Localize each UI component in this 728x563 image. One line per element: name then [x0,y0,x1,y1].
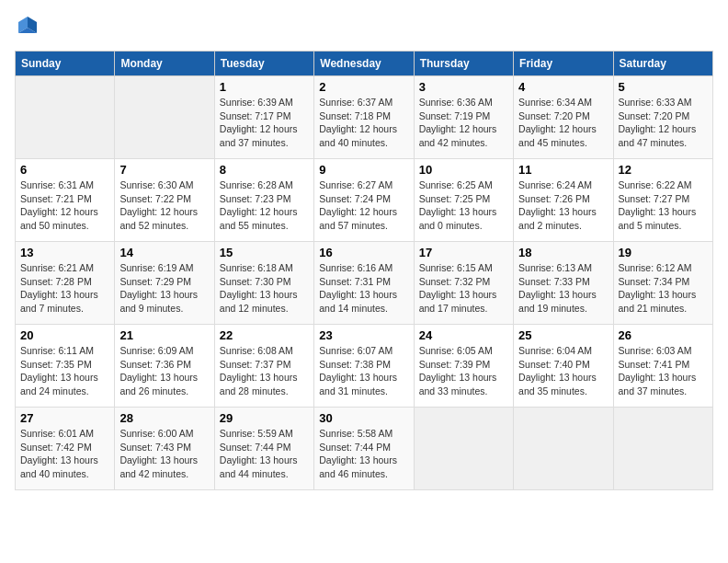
day-detail: Sunrise: 6:27 AMSunset: 7:24 PMDaylight:… [319,178,408,233]
day-number: 20 [20,328,109,342]
day-number: 11 [518,163,608,177]
day-detail: Sunrise: 6:21 AMSunset: 7:28 PMDaylight:… [20,261,109,316]
day-detail: Sunrise: 6:24 AMSunset: 7:26 PMDaylight:… [518,178,608,233]
logo-icon [17,15,39,37]
logo [15,15,39,41]
day-number: 6 [20,163,109,177]
day-detail: Sunrise: 6:22 AMSunset: 7:27 PMDaylight:… [619,178,708,233]
day-detail: Sunrise: 5:59 AMSunset: 7:44 PMDaylight:… [220,427,309,481]
day-cell: 30Sunrise: 5:58 AMSunset: 7:44 PMDayligh… [314,408,414,490]
day-cell [115,76,214,159]
day-cell: 13Sunrise: 6:21 AMSunset: 7:28 PMDayligh… [16,242,115,325]
day-number: 22 [220,328,309,342]
day-cell: 8Sunrise: 6:28 AMSunset: 7:23 PMDaylight… [214,159,313,242]
day-cell: 16Sunrise: 6:16 AMSunset: 7:31 PMDayligh… [314,242,414,325]
day-cell: 28Sunrise: 6:00 AMSunset: 7:43 PMDayligh… [115,408,214,490]
day-detail: Sunrise: 6:13 AMSunset: 7:33 PMDaylight:… [518,261,608,316]
day-cell: 22Sunrise: 6:08 AMSunset: 7:37 PMDayligh… [214,325,313,408]
day-cell: 5Sunrise: 6:33 AMSunset: 7:20 PMDaylight… [613,76,712,159]
day-cell: 2Sunrise: 6:37 AMSunset: 7:18 PMDaylight… [314,76,414,159]
day-detail: Sunrise: 6:08 AMSunset: 7:37 PMDaylight:… [220,344,309,398]
day-number: 18 [518,246,608,259]
day-number: 27 [20,411,109,425]
day-cell: 12Sunrise: 6:22 AMSunset: 7:27 PMDayligh… [613,159,712,242]
day-cell: 17Sunrise: 6:15 AMSunset: 7:32 PMDayligh… [414,242,513,325]
day-cell: 21Sunrise: 6:09 AMSunset: 7:36 PMDayligh… [115,325,214,408]
day-cell: 19Sunrise: 6:12 AMSunset: 7:34 PMDayligh… [613,242,712,325]
day-number: 28 [119,411,209,425]
days-header-row: SundayMondayTuesdayWednesdayThursdayFrid… [16,52,713,76]
week-row-1: 1Sunrise: 6:39 AMSunset: 7:17 PMDaylight… [16,76,713,159]
day-number: 19 [619,246,708,259]
day-number: 23 [319,328,408,342]
day-cell: 24Sunrise: 6:05 AMSunset: 7:39 PMDayligh… [414,325,513,408]
day-detail: Sunrise: 6:00 AMSunset: 7:43 PMDaylight:… [119,427,209,481]
day-cell: 11Sunrise: 6:24 AMSunset: 7:26 PMDayligh… [514,159,613,242]
day-detail: Sunrise: 6:19 AMSunset: 7:29 PMDaylight:… [119,261,209,316]
day-cell [414,408,513,490]
col-header-friday: Friday [514,52,613,76]
day-cell [613,408,712,490]
day-detail: Sunrise: 6:37 AMSunset: 7:18 PMDaylight:… [319,96,408,150]
day-number: 9 [319,163,408,177]
day-number: 13 [20,246,109,259]
week-row-4: 20Sunrise: 6:11 AMSunset: 7:35 PMDayligh… [16,325,713,408]
day-detail: Sunrise: 6:39 AMSunset: 7:17 PMDaylight:… [220,96,309,150]
col-header-thursday: Thursday [414,52,513,76]
day-detail: Sunrise: 6:18 AMSunset: 7:30 PMDaylight:… [220,261,309,316]
day-cell: 10Sunrise: 6:25 AMSunset: 7:25 PMDayligh… [414,159,513,242]
day-detail: Sunrise: 6:33 AMSunset: 7:20 PMDaylight:… [619,96,708,150]
day-cell: 3Sunrise: 6:36 AMSunset: 7:19 PMDaylight… [414,76,513,159]
day-cell: 27Sunrise: 6:01 AMSunset: 7:42 PMDayligh… [16,408,115,490]
day-number: 8 [220,163,309,177]
day-detail: Sunrise: 6:28 AMSunset: 7:23 PMDaylight:… [220,178,309,233]
day-number: 2 [319,80,408,94]
day-cell: 18Sunrise: 6:13 AMSunset: 7:33 PMDayligh… [514,242,613,325]
day-cell: 14Sunrise: 6:19 AMSunset: 7:29 PMDayligh… [115,242,214,325]
day-detail: Sunrise: 6:25 AMSunset: 7:25 PMDaylight:… [419,178,508,233]
week-row-3: 13Sunrise: 6:21 AMSunset: 7:28 PMDayligh… [16,242,713,325]
day-detail: Sunrise: 6:07 AMSunset: 7:38 PMDaylight:… [319,344,408,398]
week-row-5: 27Sunrise: 6:01 AMSunset: 7:42 PMDayligh… [16,408,713,490]
day-number: 10 [419,163,508,177]
day-detail: Sunrise: 6:15 AMSunset: 7:32 PMDaylight:… [419,261,508,316]
day-cell: 7Sunrise: 6:30 AMSunset: 7:22 PMDaylight… [115,159,214,242]
day-detail: Sunrise: 6:03 AMSunset: 7:41 PMDaylight:… [619,344,708,398]
day-number: 12 [619,163,708,177]
day-number: 14 [119,246,209,259]
day-number: 29 [220,411,309,425]
day-cell: 23Sunrise: 6:07 AMSunset: 7:38 PMDayligh… [314,325,414,408]
day-detail: Sunrise: 6:11 AMSunset: 7:35 PMDaylight:… [20,344,109,398]
day-number: 30 [319,411,408,425]
day-cell [16,76,115,159]
day-number: 17 [419,246,508,259]
day-cell [514,408,613,490]
day-cell: 25Sunrise: 6:04 AMSunset: 7:40 PMDayligh… [514,325,613,408]
day-number: 3 [419,80,508,94]
day-cell: 29Sunrise: 5:59 AMSunset: 7:44 PMDayligh… [214,408,313,490]
col-header-tuesday: Tuesday [214,52,313,76]
day-number: 4 [518,80,608,94]
page-header [15,15,713,41]
day-detail: Sunrise: 6:16 AMSunset: 7:31 PMDaylight:… [319,261,408,316]
col-header-wednesday: Wednesday [314,52,414,76]
day-number: 5 [619,80,708,94]
day-cell: 9Sunrise: 6:27 AMSunset: 7:24 PMDaylight… [314,159,414,242]
day-number: 16 [319,246,408,259]
day-cell: 15Sunrise: 6:18 AMSunset: 7:30 PMDayligh… [214,242,313,325]
calendar-body: 1Sunrise: 6:39 AMSunset: 7:17 PMDaylight… [16,76,713,490]
day-detail: Sunrise: 5:58 AMSunset: 7:44 PMDaylight:… [319,427,408,481]
day-cell: 1Sunrise: 6:39 AMSunset: 7:17 PMDaylight… [214,76,313,159]
col-header-monday: Monday [115,52,214,76]
day-cell: 26Sunrise: 6:03 AMSunset: 7:41 PMDayligh… [613,325,712,408]
day-cell: 6Sunrise: 6:31 AMSunset: 7:21 PMDaylight… [16,159,115,242]
day-number: 7 [119,163,209,177]
day-detail: Sunrise: 6:12 AMSunset: 7:34 PMDaylight:… [619,261,708,316]
day-detail: Sunrise: 6:04 AMSunset: 7:40 PMDaylight:… [518,344,608,398]
col-header-sunday: Sunday [16,52,115,76]
calendar-table: SundayMondayTuesdayWednesdayThursdayFrid… [15,51,713,490]
day-number: 25 [518,328,608,342]
day-detail: Sunrise: 6:05 AMSunset: 7:39 PMDaylight:… [419,344,508,398]
day-detail: Sunrise: 6:30 AMSunset: 7:22 PMDaylight:… [119,178,209,233]
day-number: 24 [419,328,508,342]
